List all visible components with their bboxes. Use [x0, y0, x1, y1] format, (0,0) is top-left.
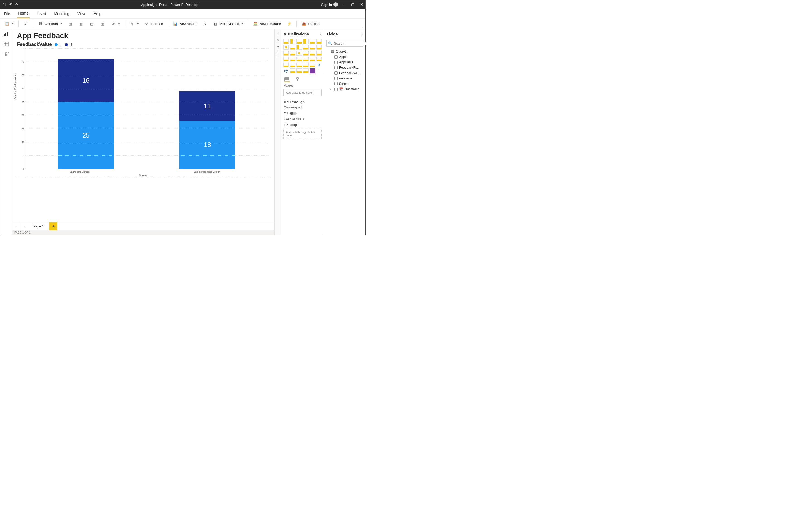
field-checkbox[interactable] [334, 61, 338, 64]
viz-type-tile[interactable] [316, 39, 322, 44]
field-item[interactable]: message [329, 76, 364, 81]
menu-file[interactable]: File [3, 9, 11, 18]
paste-button[interactable]: 📋 [2, 20, 16, 27]
viz-type-tile[interactable] [309, 51, 315, 55]
add-page-button[interactable]: + [49, 222, 57, 230]
pbi-dataset-button[interactable]: ▥ [76, 20, 86, 27]
viz-type-tile[interactable] [309, 39, 315, 44]
filters-pane-collapsed[interactable]: ‹ ▷ Filters [274, 29, 281, 235]
redo-icon[interactable]: ↷ [15, 3, 18, 6]
bar-column[interactable]: 1811 [147, 48, 268, 169]
report-view-icon[interactable] [3, 32, 9, 37]
bar-segment[interactable]: 16 [58, 59, 114, 102]
viz-type-tile[interactable] [283, 63, 289, 67]
bar-segment[interactable]: 18 [179, 120, 235, 169]
ribbon-expand-icon[interactable]: ⌄ [361, 24, 364, 28]
viz-type-tile[interactable] [290, 45, 295, 50]
bar-segment[interactable]: 25 [58, 102, 114, 169]
viz-type-tile[interactable] [303, 51, 308, 55]
viz-type-tile[interactable] [303, 68, 308, 73]
viz-type-tile[interactable] [290, 51, 295, 55]
viz-type-tile[interactable] [297, 68, 302, 73]
viz-type-tile[interactable]: Py [283, 68, 289, 73]
enter-data-button[interactable]: ▦ [98, 20, 107, 27]
viz-type-tile[interactable] [316, 51, 322, 55]
text-box-button[interactable]: A [200, 20, 209, 27]
fields-table-node[interactable]: ⌄ ▦ Query1 [326, 49, 364, 54]
field-checkbox[interactable] [334, 82, 338, 85]
undo-icon[interactable]: ↶ [9, 3, 12, 6]
viz-type-tile[interactable]: R [316, 63, 322, 67]
fields-well-tab[interactable] [284, 77, 290, 82]
cross-report-toggle[interactable] [290, 112, 297, 115]
viz-type-tile[interactable] [290, 56, 295, 62]
transform-data-button[interactable]: ✎ [127, 20, 141, 27]
menu-help[interactable]: Help [92, 9, 102, 18]
keep-filters-toggle[interactable] [290, 124, 297, 127]
viz-type-tile[interactable] [316, 56, 322, 62]
viz-type-tile[interactable] [283, 51, 289, 55]
page-prev-button[interactable]: ‹ [12, 222, 20, 230]
more-visuals-button[interactable]: ◧More visuals [211, 20, 245, 27]
stacked-bar-chart[interactable]: Count of FeedbackValue 05101520253035404… [16, 48, 271, 177]
viz-type-tile[interactable] [309, 56, 315, 62]
viz-type-tile[interactable] [290, 39, 295, 44]
viz-type-tile[interactable] [309, 63, 315, 67]
fields-search[interactable]: 🔍 [326, 40, 363, 47]
viz-type-tile[interactable] [283, 56, 289, 62]
field-checkbox[interactable] [334, 71, 338, 75]
menu-view[interactable]: View [76, 9, 87, 18]
data-view-icon[interactable] [3, 42, 9, 46]
field-item[interactable]: ›📅timestamp [329, 87, 364, 92]
menu-modeling[interactable]: Modeling [53, 9, 70, 18]
viz-type-tile[interactable] [303, 56, 308, 62]
field-item[interactable]: AppName [329, 60, 364, 65]
viz-type-tile[interactable] [303, 45, 308, 50]
viz-type-tile[interactable] [297, 45, 302, 50]
viz-type-tile[interactable] [297, 39, 302, 44]
viz-type-tile[interactable] [297, 51, 302, 55]
fields-search-input[interactable] [334, 42, 374, 45]
field-item[interactable]: AppId [329, 54, 364, 60]
publish-button[interactable]: 📤Publish [299, 20, 322, 27]
viz-collapse-icon[interactable]: › [320, 32, 321, 36]
recent-sources-button[interactable]: ⟳ [109, 20, 122, 27]
viz-type-tile[interactable] [290, 63, 295, 67]
viz-type-tile[interactable] [290, 68, 295, 73]
close-icon[interactable]: ✕ [360, 2, 363, 7]
new-measure-button[interactable]: 🧮New measure [251, 20, 283, 27]
field-item[interactable]: FeedbackVa... [329, 70, 364, 76]
viz-type-tile[interactable] [283, 39, 289, 44]
refresh-button[interactable]: ⟳Refresh [142, 20, 165, 27]
sql-source-button[interactable]: ▤ [87, 20, 96, 27]
viz-type-tile[interactable] [309, 68, 315, 73]
drill-through-drop-well[interactable]: Add drill-through fields here [283, 129, 322, 139]
filters-expand-icon[interactable]: ‹ [277, 31, 278, 36]
legend-item[interactable]: 1 [54, 42, 61, 47]
values-drop-well[interactable]: Add data fields here [283, 89, 322, 96]
field-item[interactable]: FeedbackFr... [329, 65, 364, 70]
report-canvas[interactable]: App Feedback FeedbackValue 1-1 Count of … [12, 29, 274, 222]
menu-insert[interactable]: Insert [36, 9, 47, 18]
viz-type-tile[interactable] [303, 39, 308, 44]
fields-collapse-icon[interactable]: › [362, 32, 363, 36]
field-checkbox[interactable] [334, 55, 338, 59]
field-item[interactable]: Screen [329, 81, 364, 87]
viz-type-tile[interactable] [303, 63, 308, 67]
menu-home[interactable]: Home [17, 9, 30, 18]
bar-column[interactable]: 2516 [25, 48, 147, 169]
viz-type-tile[interactable] [297, 63, 302, 67]
sign-in-button[interactable]: Sign in [321, 2, 338, 7]
viz-type-tile[interactable] [316, 68, 322, 73]
model-view-icon[interactable] [3, 51, 9, 56]
page-tab-1[interactable]: Page 1 [28, 222, 49, 230]
viz-type-tile[interactable] [297, 56, 302, 62]
excel-source-button[interactable]: ▦ [66, 20, 75, 27]
field-checkbox[interactable] [334, 88, 338, 91]
page-next-button[interactable]: › [20, 222, 28, 230]
viz-type-tile[interactable] [283, 45, 289, 50]
restore-icon[interactable]: ▢ [351, 2, 355, 7]
format-tab[interactable] [295, 77, 300, 82]
quick-measure-button[interactable]: ⚡ [285, 20, 294, 27]
field-checkbox[interactable] [334, 77, 338, 80]
